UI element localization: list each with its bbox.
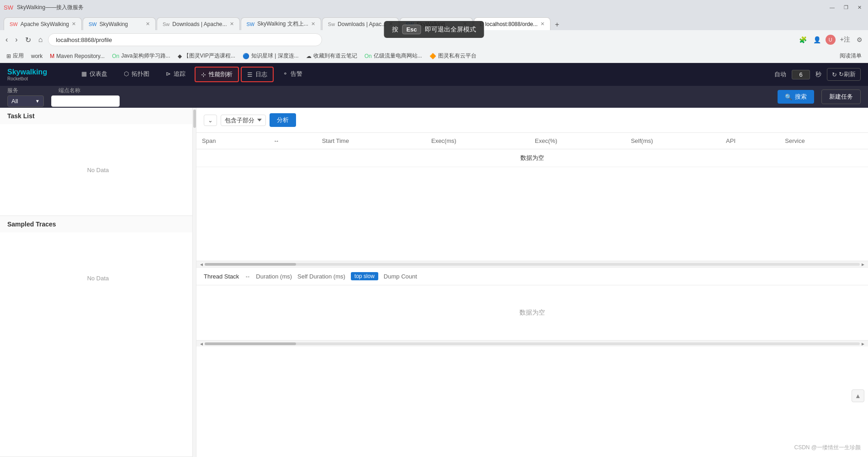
browser-tab-3[interactable]: Sw Downloads | Apache... ✕: [157, 17, 239, 30]
bookmark-yiji[interactable]: On 亿级流量电商网站...: [362, 51, 425, 61]
auto-interval-input[interactable]: [792, 70, 810, 79]
maximize-button[interactable]: ❐: [841, 4, 851, 11]
bookmark-apps[interactable]: ⊞ 应用: [4, 51, 26, 61]
profile-icon[interactable]: 👤: [811, 34, 823, 45]
endpoint-input[interactable]: [51, 95, 120, 107]
tab-close-4[interactable]: ✕: [311, 21, 315, 27]
nav-log[interactable]: ☰ 日志: [241, 67, 274, 82]
browser-titlebar: SW SkyWalking——接入微服务 — ❐ ✕: [0, 0, 868, 15]
browser-tab-2[interactable]: SW SkyWalking ✕: [83, 17, 156, 30]
bookmark-tuling-label: 【图灵VIP严选课程...: [184, 52, 235, 60]
bookmark-readlist[interactable]: 阅读清单: [837, 51, 864, 61]
h-scroll-thumb-bottom[interactable]: [205, 342, 296, 345]
expand-button[interactable]: ⌄: [204, 115, 217, 126]
analyze-label: 分析: [277, 116, 289, 123]
table-header-row: Span ↔ Start Time Exec(ms): [196, 133, 868, 149]
nav-performance-label: 性能剖析: [209, 70, 233, 79]
extensions-icon[interactable]: 🧩: [797, 34, 809, 45]
performance-icon: ⊹: [201, 71, 206, 78]
logo-sub: Rocketbot: [7, 76, 47, 81]
bookmark-yiji-icon: On: [365, 53, 372, 59]
new-tab-button[interactable]: +: [551, 19, 563, 30]
home-button[interactable]: ⌂: [37, 34, 45, 46]
bookmark-zhishi[interactable]: 🔵 知识星球 | 深度连...: [240, 51, 302, 61]
h-scroll-bar-top[interactable]: ◂ ▸: [196, 261, 868, 267]
search-button[interactable]: 🔍 搜索: [778, 90, 814, 104]
bookmark-zhishi-icon: 🔵: [243, 53, 249, 59]
bookmark-readlist-label: 阅读清单: [840, 52, 862, 60]
service-bar: 服务 All ▼ 端点名称 🔍 搜索 新建任务: [0, 86, 868, 108]
address-input[interactable]: [48, 33, 322, 46]
nav-performance[interactable]: ⊹ 性能剖析: [195, 67, 239, 82]
new-task-button[interactable]: 新建任务: [821, 89, 861, 104]
h-scroll-right-arrow[interactable]: ▸: [860, 261, 866, 268]
browser-tab-1[interactable]: SW Apache SkyWalking ✕: [4, 17, 82, 30]
browser-tab-4[interactable]: SW SkyWalking 文档上... ✕: [241, 17, 321, 30]
h-scroll-track-top[interactable]: [205, 263, 860, 266]
bookmark-tuling[interactable]: ◆ 【图灵VIP严选课程...: [175, 51, 238, 61]
auto-label: 自动: [774, 70, 786, 79]
scroll-to-top-button[interactable]: ▲: [852, 389, 864, 402]
bookmark-youdao-icon: ☁: [306, 53, 312, 59]
tab-favicon-3: Sw: [163, 21, 169, 27]
refresh-button[interactable]: ↻ ↻刷新: [827, 68, 861, 81]
bookmark-tuling2[interactable]: 🔶 图灵私有云平台: [427, 51, 479, 61]
tab-label-2: SkyWalking: [100, 21, 128, 27]
add-comment-icon[interactable]: +注: [838, 34, 852, 46]
col-exec-pct-label: Exec(%): [535, 137, 557, 144]
reload-button[interactable]: ↻: [23, 34, 33, 46]
tab-favicon-2: SW: [89, 21, 97, 27]
refresh-label: ↻刷新: [839, 70, 856, 79]
service-value: All: [11, 98, 18, 105]
tab-favicon-5: Sw: [328, 21, 335, 27]
close-button[interactable]: ✕: [855, 4, 864, 11]
col-service: Service: [779, 133, 868, 149]
analyze-button[interactable]: 分析: [270, 113, 296, 127]
apps-icon: ⊞: [6, 53, 11, 59]
minimize-button[interactable]: —: [827, 4, 837, 11]
tab-close-7[interactable]: ✕: [540, 21, 545, 27]
forward-button[interactable]: ›: [13, 34, 19, 46]
nav-dashboard[interactable]: ▦ 仪表盘: [73, 63, 116, 86]
task-list-section: Task List No Data: [0, 108, 196, 216]
service-dropdown[interactable]: All ▼: [7, 95, 44, 107]
scroll-top-icon: ▲: [855, 392, 861, 399]
col-exec-pct: Exec(%): [529, 133, 625, 149]
log-icon: ☰: [247, 71, 253, 78]
h-scroll-left-arrow[interactable]: ◂: [198, 261, 205, 268]
window-controls: — ❐ ✕: [827, 4, 864, 11]
col-span-label: Span: [202, 137, 216, 144]
tab-close-1[interactable]: ✕: [72, 21, 76, 27]
nav-alert[interactable]: ⚬ 告警: [275, 63, 311, 86]
h-scroll-left-arrow-bottom[interactable]: ◂: [198, 341, 205, 347]
h-scroll-bar-bottom[interactable]: ◂ ▸: [196, 340, 868, 347]
nav-right: 自动 秒 ↻ ↻刷新: [767, 68, 868, 81]
table-no-data-row: 数据为空: [196, 149, 868, 167]
thread-stack-header: Thread Stack ↔ Duration (ms) Self Durati…: [196, 268, 868, 285]
nav-trace-label: 追踪: [174, 70, 185, 78]
browser-tab-7[interactable]: L localhost:8088/orde... ✕: [474, 17, 550, 30]
bookmarks-bar: ⊞ 应用 work M Maven Repository... On Java架…: [0, 49, 868, 63]
tab-close-2[interactable]: ✕: [146, 21, 150, 27]
col-start-time-label: Start Time: [322, 137, 349, 144]
esc-prefix: 按: [392, 26, 398, 34]
sampled-traces-no-data: No Data: [87, 275, 109, 282]
bookmark-maven[interactable]: M Maven Repository...: [47, 52, 107, 60]
endpoint-label: 端点名称: [58, 87, 120, 95]
h-scroll-thumb-top[interactable]: [205, 263, 296, 266]
tab-close-3[interactable]: ✕: [230, 21, 234, 27]
nav-trace[interactable]: ⊳ 追踪: [158, 63, 194, 86]
nav-topology[interactable]: ⬡ 拓扑图: [116, 63, 158, 86]
bookmark-youdao[interactable]: ☁ 收藏到有道云笔记: [303, 51, 360, 61]
expand-icon: ⌄: [208, 117, 213, 124]
h-scroll-right-arrow-bottom[interactable]: ▸: [860, 341, 866, 347]
top-slow-badge[interactable]: top slow: [351, 272, 378, 280]
h-scroll-track-bottom[interactable]: [205, 342, 860, 345]
bookmark-java[interactable]: On Java架构师学习路...: [109, 51, 173, 61]
user-avatar[interactable]: U: [826, 35, 836, 45]
bookmark-work[interactable]: work: [28, 52, 45, 60]
back-button[interactable]: ‹: [4, 34, 10, 46]
filter-select[interactable]: 包含子部分 全部 仅父级: [221, 115, 266, 126]
settings-icon[interactable]: ⚙: [855, 34, 864, 45]
service-label: 服务: [7, 87, 44, 95]
